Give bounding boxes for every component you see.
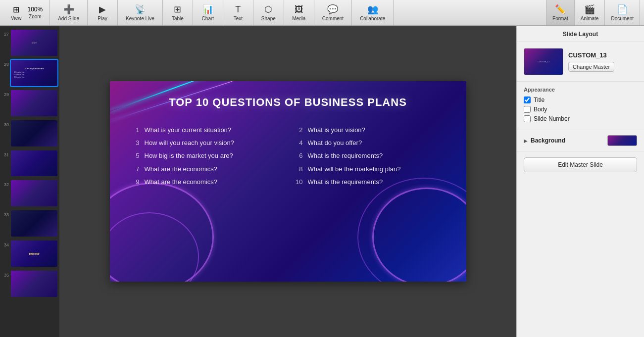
slide-item-text: What is your current situation? bbox=[145, 126, 232, 135]
slide-title: TOP 10 QUESTIONS OF BUSINESS PLANS bbox=[110, 96, 466, 109]
slide-bg-32 bbox=[11, 180, 57, 206]
slide-panel: 27 slide 28 TOP 10 QUESTIONS 1 Question … bbox=[0, 26, 59, 337]
play-icon: ▶ bbox=[99, 4, 106, 15]
body-checkbox[interactable] bbox=[524, 106, 531, 113]
background-label-area: ▶ Background bbox=[524, 137, 565, 144]
slide-item-number: 1 bbox=[130, 126, 140, 134]
change-master-button[interactable]: Change Master bbox=[568, 62, 614, 72]
zoom-icon: 100% bbox=[28, 6, 43, 13]
slide-item: 5How big is the market you are? bbox=[130, 151, 283, 160]
slide-item-text: What is your vision? bbox=[308, 126, 365, 135]
document-label: Document bbox=[611, 16, 634, 21]
slide-thumb-28[interactable]: 28 TOP 10 QUESTIONS 1 Question line... 2… bbox=[0, 58, 59, 88]
slide-num-29: 29 bbox=[2, 90, 9, 97]
slide-thumb-27[interactable]: 27 slide bbox=[0, 28, 59, 58]
add-slide-icon: ➕ bbox=[63, 4, 74, 15]
comment-button[interactable]: 💬 Comment bbox=[318, 2, 347, 23]
slide-number-checkbox-label: Slide Number bbox=[534, 115, 570, 122]
slide-item: 8What will be the marketing plan? bbox=[293, 165, 446, 174]
slide-bg-27: slide bbox=[11, 30, 57, 56]
slide-preview-28: TOP 10 QUESTIONS 1 Question line... 2 Qu… bbox=[11, 60, 57, 86]
slide-num-33: 33 bbox=[2, 210, 9, 217]
document-tab[interactable]: 📄 Document bbox=[605, 0, 640, 25]
slide-thumb-31[interactable]: 31 bbox=[0, 148, 59, 179]
background-disclosure-icon[interactable]: ▶ bbox=[524, 138, 528, 144]
format-icon: ✏️ bbox=[555, 4, 566, 15]
slide-num-checkbox-row: Slide Number bbox=[524, 115, 637, 122]
slide-thumb-34[interactable]: 34 $960.000 bbox=[0, 239, 59, 269]
slide-item-text: What are the economics? bbox=[145, 165, 217, 174]
document-icon: 📄 bbox=[617, 4, 628, 15]
slide-num-28: 28 bbox=[2, 60, 9, 67]
slide-item-text: What will be the marketing plan? bbox=[308, 165, 401, 174]
right-tabs: ✏️ Format 🎬 Animate 📄 Document bbox=[546, 0, 640, 25]
chart-label: Chart bbox=[202, 16, 214, 21]
slide-preview-30 bbox=[11, 120, 57, 146]
animate-icon: 🎬 bbox=[584, 4, 595, 15]
animate-tab[interactable]: 🎬 Animate bbox=[575, 0, 605, 25]
view-label: View bbox=[11, 15, 22, 21]
slide-num-27: 27 bbox=[2, 30, 9, 37]
keynote-live-label: Keynote Live bbox=[126, 16, 154, 21]
add-slide-label: Add Slide bbox=[58, 16, 79, 21]
canvas-area[interactable]: TOP 10 QUESTIONS OF BUSINESS PLANS 1What… bbox=[59, 26, 516, 337]
slide-preview-34: $960.000 bbox=[11, 241, 57, 267]
keynote-live-icon: 📡 bbox=[135, 4, 146, 15]
slide-bg-30 bbox=[11, 120, 57, 146]
slide-item-text: How big is the market you are? bbox=[145, 151, 233, 160]
title-checkbox[interactable] bbox=[524, 96, 531, 103]
slide-thumb-30[interactable]: 30 bbox=[0, 118, 59, 148]
keynote-live-button[interactable]: 📡 Keynote Live bbox=[122, 2, 158, 23]
slide-num-30: 30 bbox=[2, 120, 9, 127]
body-checkbox-label: Body bbox=[534, 106, 547, 113]
slide-item: 6What is the requirements? bbox=[293, 151, 446, 160]
slide-num-35: 35 bbox=[2, 271, 9, 278]
media-icon: 🖼 bbox=[295, 4, 303, 15]
slide-thumb-29[interactable]: 29 bbox=[0, 88, 59, 118]
table-group: ⊞ Table bbox=[163, 0, 193, 25]
format-tab[interactable]: ✏️ Format bbox=[546, 0, 575, 25]
background-label: Background bbox=[531, 137, 565, 144]
view-button[interactable]: ⊞ View bbox=[8, 3, 25, 23]
slide-item-number: 4 bbox=[293, 139, 303, 146]
slide-item-number: 6 bbox=[293, 151, 303, 159]
media-button[interactable]: 🖼 Media bbox=[288, 2, 310, 23]
edit-master-slide-button[interactable]: Edit Master Slide bbox=[524, 157, 637, 172]
slide-item-text: What is the requirements? bbox=[308, 151, 383, 160]
background-row: ▶ Background bbox=[524, 135, 637, 146]
slide-item: 10What is the requirements? bbox=[293, 178, 446, 187]
text-label: Text bbox=[234, 16, 243, 21]
shape-button[interactable]: ⬡ Shape bbox=[257, 2, 280, 23]
slide-thumb-35[interactable]: 35 bbox=[0, 269, 59, 299]
slide-thumb-33[interactable]: 33 bbox=[0, 208, 59, 239]
play-button[interactable]: ▶ Play bbox=[92, 2, 113, 23]
background-swatch[interactable] bbox=[607, 135, 637, 146]
main-area: 27 slide 28 TOP 10 QUESTIONS 1 Question … bbox=[0, 26, 644, 337]
slide-preview-29 bbox=[11, 90, 57, 116]
layout-info: CUSTOM_13 Change Master bbox=[568, 51, 637, 72]
slide-thumb-32[interactable]: 32 bbox=[0, 178, 59, 208]
slide-item-number: 8 bbox=[293, 165, 303, 173]
slide-item: 7What are the economics? bbox=[130, 165, 283, 174]
table-icon: ⊞ bbox=[174, 4, 181, 15]
slide-item-number: 5 bbox=[130, 151, 140, 159]
chart-button[interactable]: 📊 Chart bbox=[197, 2, 219, 23]
zoom-button[interactable]: 100% Zoom bbox=[25, 4, 46, 21]
slide-item: 3How will you reach your vision? bbox=[130, 139, 283, 147]
slide-item-number: 7 bbox=[130, 165, 140, 173]
text-button[interactable]: T Text bbox=[227, 2, 249, 23]
table-button[interactable]: ⊞ Table bbox=[167, 2, 189, 23]
slide-bg-35 bbox=[11, 271, 57, 297]
collaborate-button[interactable]: 👥 Collaborate bbox=[356, 2, 389, 23]
slide-item: 2What is your vision? bbox=[293, 126, 446, 135]
add-slide-button[interactable]: ➕ Add Slide bbox=[54, 2, 83, 23]
shape-group: ⬡ Shape bbox=[253, 0, 284, 25]
layout-preview-area: CUSTOM_13 CUSTOM_13 Change Master bbox=[517, 42, 644, 82]
slide-bg-28: TOP 10 QUESTIONS 1 Question line... 2 Qu… bbox=[11, 60, 57, 86]
slide-number-checkbox[interactable] bbox=[524, 115, 531, 122]
slide-item-number: 10 bbox=[293, 178, 303, 186]
media-label: Media bbox=[292, 16, 305, 21]
title-checkbox-row: Title bbox=[524, 96, 637, 103]
slide-preview-33 bbox=[11, 210, 57, 237]
layout-name: CUSTOM_13 bbox=[568, 51, 637, 59]
